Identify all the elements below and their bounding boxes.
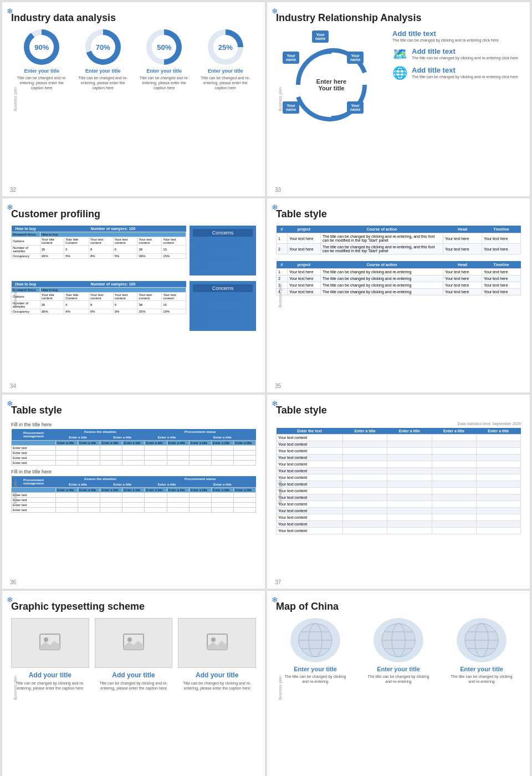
td-et5c3 bbox=[100, 493, 122, 498]
td-et8c9 bbox=[233, 508, 255, 513]
donut-desc-1: Title can be changed and re-entering, pl… bbox=[17, 75, 66, 90]
td-o3: 8% bbox=[89, 254, 114, 259]
td-et8c7 bbox=[189, 508, 211, 513]
dt-cell-9-2 bbox=[432, 494, 476, 501]
donut-item-3: 50% Enter your title Title can be change… bbox=[139, 29, 189, 90]
td-v5: Your text content bbox=[137, 237, 162, 246]
td-course-1: The title can be changed by clicking and… bbox=[321, 233, 443, 244]
dt-cell-2-1 bbox=[387, 448, 432, 455]
td-ea7: Enter a title bbox=[189, 441, 211, 446]
side-label-32: Business plan bbox=[13, 87, 17, 111]
td-v2-1: Your title content bbox=[40, 293, 64, 301]
td-n6: 15 bbox=[162, 246, 186, 254]
dt-cell-14-3 bbox=[476, 528, 520, 534]
th-sub1-2: Enter a title bbox=[56, 482, 100, 488]
td-proj-3: Your text here bbox=[288, 269, 321, 275]
td-et6c3 bbox=[100, 498, 122, 503]
th-pm-2: Procurement management bbox=[12, 476, 56, 488]
td-nos-1: Number of samples bbox=[12, 246, 40, 254]
td-et6c7 bbox=[189, 498, 211, 503]
dt-cell-7-0 bbox=[343, 481, 387, 488]
dt-cell-14-0 bbox=[343, 528, 387, 534]
rel-item-3-row: 🌐 Add title text The title can be change… bbox=[392, 66, 521, 80]
dt-cell-5-0 bbox=[343, 468, 387, 474]
td-et8: Enter text bbox=[12, 508, 56, 513]
cp-main-1: How to buy Number of samples: 100 Resear… bbox=[11, 226, 186, 275]
td-eb8: Enter a title bbox=[211, 488, 233, 493]
rel-container: Yourname Yourname Yourname Yourname Your… bbox=[276, 29, 521, 140]
td-eb1: Enter a title bbox=[56, 488, 78, 493]
td-et1c1 bbox=[56, 446, 78, 451]
dt-cell-11-0 bbox=[343, 508, 387, 514]
td-v6: Your text content bbox=[162, 237, 186, 246]
td-et2c7 bbox=[189, 451, 211, 456]
td-et3c2 bbox=[78, 456, 100, 461]
donut-desc-3: Title can be changed and re-entering, pl… bbox=[139, 75, 189, 90]
dt-cell-6-0 bbox=[343, 474, 387, 481]
td-o2-5: 35% bbox=[137, 309, 162, 314]
td-et4c2 bbox=[78, 461, 100, 466]
td-proj-6: Your text here bbox=[288, 289, 321, 295]
gt-item-1: Add your title Title can be changed by c… bbox=[11, 618, 89, 691]
concerns-box-2: Concerns New customers 50% Old customers… bbox=[190, 281, 256, 331]
dt-cell-0-1 bbox=[387, 435, 432, 441]
node-bottomright: Yourname bbox=[347, 101, 364, 114]
side-label-35: Business plan bbox=[278, 283, 282, 308]
side-label-34: Business plan bbox=[13, 283, 17, 308]
gt-add-title-2: Add your title bbox=[95, 671, 173, 679]
td-et8c2 bbox=[78, 508, 100, 513]
dt-cell-11-2 bbox=[432, 508, 476, 514]
td-et4c9 bbox=[233, 461, 255, 466]
side-label-37: Business plan bbox=[278, 479, 282, 504]
td-et1c4 bbox=[122, 446, 145, 451]
dt-cell-2-0 bbox=[343, 448, 387, 455]
dt-cell-14-1 bbox=[387, 528, 432, 534]
dt-row-13: Your text content bbox=[277, 521, 343, 528]
dt-cell-11-3 bbox=[476, 508, 520, 514]
svg-point-5 bbox=[211, 637, 216, 642]
td-et8c6 bbox=[167, 508, 189, 513]
donut-item-2: 70% Enter your title Title can be change… bbox=[78, 29, 128, 90]
dt-cell-12-2 bbox=[432, 514, 476, 521]
td-course-6: The title can be changed by clicking and… bbox=[321, 289, 443, 295]
ts-table-1: # project Course of action Head Timeline… bbox=[276, 226, 521, 254]
dt-cell-7-1 bbox=[387, 481, 432, 488]
dt-row-5: Your text content bbox=[277, 468, 343, 474]
th-head-1: Head bbox=[443, 226, 482, 233]
th-samples-2: Number of samples: 100 bbox=[40, 281, 186, 288]
gt-add-title-1: Add your title bbox=[11, 671, 89, 679]
td-n3: 8 bbox=[89, 246, 114, 254]
dt-row-0: Your text content bbox=[277, 435, 343, 441]
td-n2-3: 8 bbox=[89, 301, 114, 309]
dt-cell-1-0 bbox=[343, 441, 387, 448]
slide-32-title: Industry data analysis bbox=[11, 12, 256, 24]
map-title-2: Enter your title bbox=[365, 666, 432, 672]
snowflake-icon-37: ❄ bbox=[272, 399, 278, 408]
dt-cell-4-1 bbox=[387, 461, 432, 468]
donut-inner-2: 70% bbox=[91, 35, 115, 59]
node-topleft: Yourname bbox=[283, 52, 299, 64]
td-et3c8 bbox=[211, 456, 233, 461]
td-eb9: Enter a title bbox=[233, 488, 255, 493]
td-et2c3 bbox=[100, 451, 122, 456]
fill-table-1: Procurement management Assess the situat… bbox=[11, 429, 256, 466]
td-o2-4: 3% bbox=[113, 309, 137, 314]
slide-36-title: Table style bbox=[11, 405, 256, 416]
globe-icon-1: 🌐 bbox=[392, 66, 407, 80]
dt-cell-2-3 bbox=[476, 448, 520, 455]
td-head-6: Your text here bbox=[443, 289, 482, 295]
td-et1c9 bbox=[233, 446, 255, 451]
map-title-1: Enter your title bbox=[282, 666, 349, 672]
slide-number-33: 33 bbox=[275, 187, 281, 193]
td-head-2: Your text here bbox=[443, 244, 482, 254]
td-ea5: Enter a title bbox=[145, 441, 167, 446]
th-sub2-2: Enter a title bbox=[100, 482, 145, 488]
td-eb5: Enter a title bbox=[145, 488, 167, 493]
td-et8c4 bbox=[122, 508, 145, 513]
td-et7c7 bbox=[189, 503, 211, 508]
slide-38: ❄ Graphic typesetting scheme Add your ti… bbox=[2, 591, 265, 776]
slide-34-title: Customer profiling bbox=[11, 208, 256, 220]
dt-cell-4-0 bbox=[343, 461, 387, 468]
td-n2-6: 15 bbox=[162, 301, 186, 309]
dt-cell-10-0 bbox=[343, 501, 387, 508]
